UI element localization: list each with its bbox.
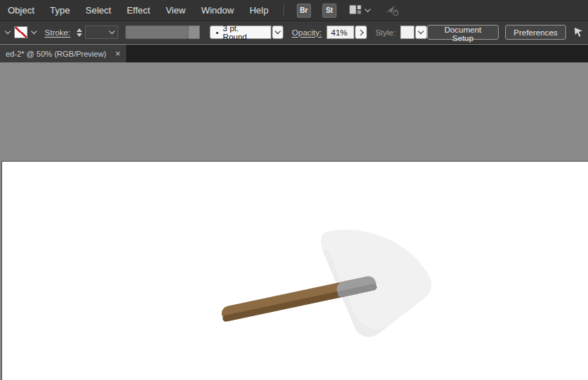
style-label: Style: xyxy=(375,28,396,37)
brush-definition-dropdown[interactable]: • 3 pt. Round xyxy=(210,26,271,39)
share-icon[interactable] xyxy=(384,4,400,16)
menu-window[interactable]: Window xyxy=(193,0,242,21)
fill-none-swatch[interactable] xyxy=(14,26,28,38)
arrange-documents-control[interactable] xyxy=(349,5,370,16)
shovel-illustration[interactable] xyxy=(205,220,439,351)
stepper-down-icon[interactable] xyxy=(77,33,82,37)
document-tab[interactable]: ed-2* @ 50% (RGB/Preview) × xyxy=(0,45,126,62)
chevron-right-icon xyxy=(358,29,363,35)
chevron-down-icon xyxy=(365,6,371,12)
menu-type[interactable]: Type xyxy=(43,0,78,21)
stroke-weight-field[interactable] xyxy=(85,26,118,39)
opacity-label[interactable]: Opacity: xyxy=(292,28,322,37)
stroke-label[interactable]: Stroke: xyxy=(45,28,70,37)
menu-select[interactable]: Select xyxy=(78,0,119,21)
opacity-field[interactable]: 41% xyxy=(327,26,354,39)
menu-object[interactable]: Object xyxy=(0,0,43,21)
chevron-down-icon xyxy=(418,28,424,34)
document-tab-title: ed-2* @ 50% (RGB/Preview) xyxy=(6,50,106,58)
bridge-button[interactable]: Br xyxy=(297,4,311,18)
menu-bar: Object Type Select Effect View Window He… xyxy=(0,0,588,21)
style-dropdown-chevron[interactable] xyxy=(415,26,426,39)
menu-help[interactable]: Help xyxy=(242,0,276,21)
close-tab-icon[interactable]: × xyxy=(115,49,120,58)
preferences-button[interactable]: Preferences xyxy=(505,25,566,40)
document-setup-button[interactable]: Document Setup xyxy=(427,25,499,40)
stroke-profile-chevron[interactable] xyxy=(188,26,199,39)
chevron-down-icon xyxy=(275,28,281,34)
style-dropdown[interactable] xyxy=(400,26,414,39)
stroke-weight-stepper[interactable] xyxy=(75,27,84,38)
control-bar: Stroke: • 3 pt. Round Opacity: 41% Style… xyxy=(0,21,588,44)
stepper-up-icon[interactable] xyxy=(77,28,82,32)
opacity-submenu-arrow[interactable] xyxy=(355,26,366,39)
brush-definition-chevron[interactable] xyxy=(272,26,283,39)
control-right-group: Document Setup Preferences xyxy=(427,25,588,40)
cursor-icon xyxy=(572,26,585,40)
menu-effect[interactable]: Effect xyxy=(119,0,158,21)
artboard[interactable] xyxy=(1,161,588,380)
layout-grid-icon xyxy=(349,5,361,16)
menubar-divider xyxy=(283,5,284,16)
chevron-down-icon[interactable] xyxy=(31,28,37,34)
none-slash-icon xyxy=(15,27,27,38)
menu-view[interactable]: View xyxy=(158,0,193,21)
brush-preview-dot: • xyxy=(216,28,219,37)
brush-definition-value: 3 pt. Round xyxy=(223,24,264,41)
chevron-down-icon xyxy=(191,28,196,34)
pasteboard[interactable] xyxy=(0,62,588,380)
stock-button[interactable]: St xyxy=(322,4,337,18)
opacity-value: 41% xyxy=(331,28,347,37)
chevron-down-icon xyxy=(109,28,115,34)
stroke-profile-dropdown[interactable] xyxy=(125,26,188,39)
chevron-down-icon[interactable] xyxy=(5,28,11,34)
document-tab-bar: ed-2* @ 50% (RGB/Preview) × xyxy=(0,45,588,62)
